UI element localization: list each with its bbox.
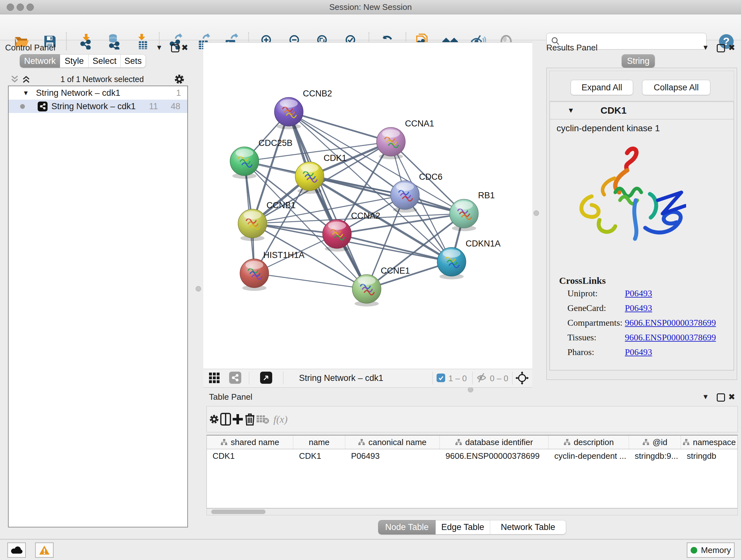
crosslink-label: Tissues:	[546, 332, 625, 343]
tree-expand-icon[interactable]: ▼	[23, 89, 29, 97]
string-network-icon	[38, 102, 48, 111]
network-canvas[interactable]: CCNB2CCNA1CDC25BCDK1CDC6RB1CCNB1CCNA2CDK…	[203, 42, 532, 369]
gene-collapse-icon[interactable]: ▼	[567, 106, 575, 115]
selected-checkbox-icon[interactable]	[436, 374, 445, 382]
table-toolbar: f(x)	[206, 406, 738, 432]
window-title: Session: New Session	[0, 2, 741, 12]
column-header-id[interactable]: @id	[629, 435, 681, 449]
table-panel-float-icon[interactable]	[717, 393, 725, 401]
results-panel-collapse-icon[interactable]: ▼	[702, 44, 709, 52]
cloud-icon	[10, 546, 23, 555]
birds-eye-view-icon[interactable]	[260, 372, 272, 384]
column-type-icon	[643, 439, 650, 446]
gene-section-header[interactable]: ▼ CDK1	[549, 102, 734, 119]
tab-node-table[interactable]: Node Table	[378, 520, 435, 535]
column-header-shared-name[interactable]: shared name	[207, 435, 293, 449]
table-panel-collapse-icon[interactable]: ▼	[702, 393, 709, 401]
collapse-all-button[interactable]: Collapse All	[642, 80, 711, 95]
import-network-file-button[interactable]	[77, 33, 95, 50]
table-tabs: Node Table Edge Table Network Table	[378, 520, 566, 535]
table-panel-close-icon[interactable]: ✖	[728, 392, 735, 402]
network-node-ccna1[interactable]: CCNA1	[377, 119, 434, 159]
memory-button[interactable]: Memory	[687, 543, 735, 558]
network-graph[interactable]: CCNB2CCNA1CDC25BCDK1CDC6RB1CCNB1CCNA2CDK…	[203, 43, 532, 369]
cell-description[interactable]: cyclin-dependent ...	[549, 451, 629, 461]
network-collection-row[interactable]: ▼ String Network – cdk1 1	[9, 86, 187, 100]
protein-structure-image	[568, 140, 686, 246]
tab-string[interactable]: String	[622, 54, 655, 68]
crosslink-pharos-link[interactable]: P06493	[625, 347, 652, 357]
network-row-selected[interactable]: String Network – cdk1 11 48	[9, 100, 187, 113]
right-splitter-handle[interactable]	[534, 210, 539, 216]
crosslink-tissues-link[interactable]: 9606.ENSP00000378699	[625, 332, 716, 343]
network-node-count: 11	[149, 102, 158, 111]
column-header-canonical-name[interactable]: canonical name	[345, 435, 440, 449]
column-type-icon	[220, 439, 227, 446]
toolbar-separator	[512, 372, 513, 384]
node-label-ccnb1: CCNB1	[266, 200, 296, 210]
node-label-cdc25b: CDC25B	[259, 138, 293, 148]
network-share-view-icon[interactable]	[229, 372, 241, 384]
results-panel-float-icon[interactable]	[717, 44, 725, 52]
collection-label: String Network – cdk1	[36, 88, 120, 98]
import-table-file-button[interactable]	[133, 33, 151, 50]
warnings-button[interactable]	[35, 543, 54, 558]
column-header-description[interactable]: description	[549, 435, 629, 449]
network-options-gear-icon[interactable]	[173, 73, 185, 85]
delete-table-icon[interactable]	[255, 407, 270, 432]
control-panel-float-icon[interactable]	[171, 44, 179, 52]
gene-name: CDK1	[601, 105, 627, 116]
node-label-hist1h1a: HIST1H1A	[263, 250, 305, 260]
cell-canonical-name[interactable]: P06493	[345, 451, 440, 461]
expand-all-icon[interactable]	[21, 75, 31, 84]
scrollbar-thumb[interactable]	[211, 509, 266, 514]
network-node-cdkn1a[interactable]: CDKN1A	[437, 239, 501, 279]
import-table-icon	[135, 34, 150, 50]
table-row[interactable]: CDK1 CDK1 P06493 9606.ENSP00000378699 cy…	[207, 449, 738, 462]
crosslink-genecard-link[interactable]: P06493	[625, 303, 652, 313]
cell-shared-name[interactable]: CDK1	[207, 451, 293, 461]
cell-namespace[interactable]: stringdb	[681, 451, 738, 461]
table-panel-title: Table Panel	[209, 392, 253, 402]
column-header-database-identifier[interactable]: database identifier	[440, 435, 549, 449]
left-splitter-handle[interactable]	[196, 286, 201, 292]
cell-id[interactable]: stringdb:9...	[629, 451, 681, 461]
column-header-namespace[interactable]: namespace	[681, 435, 738, 449]
results-panel-close-icon[interactable]: ✖	[728, 43, 735, 53]
tab-sets[interactable]: Sets	[121, 54, 146, 68]
tab-network[interactable]: Network	[20, 54, 60, 68]
node-label-ccna2: CCNA2	[351, 211, 381, 221]
collapse-all-icon[interactable]	[10, 75, 19, 84]
table-horizontal-scrollbar[interactable]	[206, 508, 738, 515]
tab-edge-table[interactable]: Edge Table	[435, 520, 490, 535]
tab-style[interactable]: Style	[60, 54, 89, 68]
cell-database-identifier[interactable]: 9606.ENSP00000378699	[440, 451, 549, 461]
column-header-name[interactable]: name	[293, 435, 345, 449]
network-node-ccne1[interactable]: CCNE1	[352, 266, 410, 307]
control-panel-collapse-icon[interactable]: ▼	[156, 44, 163, 52]
bottom-splitter-handle[interactable]	[468, 387, 473, 392]
network-node-hist1h1a[interactable]: HIST1H1A	[240, 250, 305, 291]
cell-name[interactable]: CDK1	[293, 451, 345, 461]
import-network-database-button[interactable]	[105, 33, 122, 50]
grid-view-icon[interactable]	[209, 372, 220, 386]
memory-label: Memory	[701, 545, 731, 555]
tab-network-table[interactable]: Network Table	[490, 520, 566, 535]
hidden-eye-slash-icon[interactable]	[476, 373, 487, 385]
control-panel-close-icon[interactable]: ✖	[181, 43, 188, 53]
tab-select[interactable]: Select	[89, 54, 121, 68]
crosslink-uniprot-link[interactable]: P06493	[625, 288, 652, 299]
crosslinks-list: Uniprot:P06493 GeneCard:P06493 Compartme…	[546, 286, 735, 360]
cloud-status-button[interactable]	[7, 543, 26, 558]
gene-description: cyclin-dependent kinase 1	[556, 123, 660, 133]
network-node-rb1[interactable]: RB1	[450, 191, 495, 231]
crosslink-compartments-link[interactable]: 9606.ENSP00000378699	[625, 318, 716, 328]
function-builder-fx[interactable]: f(x)	[269, 407, 292, 432]
toolbar-separator	[249, 372, 249, 384]
collection-count: 1	[176, 88, 181, 98]
network-node-ccnb2[interactable]: CCNB2	[274, 89, 332, 129]
expand-all-button[interactable]: Expand All	[570, 80, 633, 95]
network-list: ▼ String Network – cdk1 1 String Network…	[8, 85, 188, 527]
title-bar: Session: New Session	[0, 0, 741, 14]
fit-selected-crosshair-icon[interactable]	[515, 371, 529, 387]
